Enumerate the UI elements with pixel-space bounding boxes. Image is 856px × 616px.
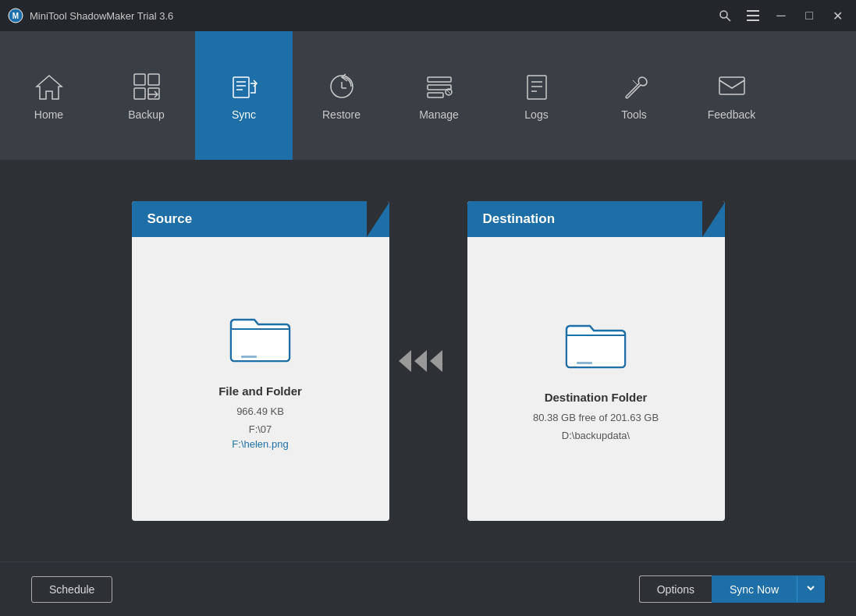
title-bar: M MiniTool ShadowMaker Trial 3.6 ─ □ ✕ (0, 0, 856, 31)
nav-home-label: Home (34, 108, 63, 121)
source-header-label: Source (147, 211, 193, 227)
nav-feedback[interactable]: Feedback (683, 31, 780, 160)
destination-header-label: Destination (483, 211, 556, 227)
sync-now-dropdown-button[interactable] (797, 575, 825, 603)
svg-rect-19 (428, 77, 451, 82)
nav-restore[interactable]: Restore (293, 31, 390, 160)
sync-now-button[interactable]: Sync Now (712, 575, 797, 603)
sync-panels: Source File and Folder 966.49 KB F:\07 F… (31, 183, 825, 538)
svg-rect-6 (747, 19, 759, 21)
destination-header: Destination (467, 201, 725, 237)
svg-rect-5 (747, 15, 759, 16)
maximize-button[interactable]: □ (798, 5, 820, 27)
nav-manage[interactable]: Manage (390, 31, 488, 160)
sync-icon (229, 71, 260, 102)
restore-icon (326, 71, 357, 102)
svg-rect-8 (148, 74, 159, 85)
right-buttons: Options Sync Now (639, 575, 825, 603)
nav-bar: Home Backup Sync (0, 31, 856, 160)
title-bar-left: M MiniTool ShadowMaker Trial 3.6 (8, 8, 173, 23)
svg-rect-21 (428, 93, 443, 97)
nav-home[interactable]: Home (0, 31, 98, 160)
title-bar-controls: ─ □ ✕ (714, 5, 848, 27)
minimize-button[interactable]: ─ (770, 5, 792, 27)
svg-rect-23 (527, 76, 546, 99)
nav-tools-label: Tools (621, 108, 647, 121)
destination-panel[interactable]: Destination Destination Folder 80.38 GB … (467, 201, 725, 521)
bottom-bar: Schedule Options Sync Now (0, 561, 856, 616)
main-content: Source File and Folder 966.49 KB F:\07 F… (0, 160, 856, 561)
options-button[interactable]: Options (639, 575, 712, 603)
svg-point-2 (720, 11, 727, 18)
schedule-button[interactable]: Schedule (31, 576, 112, 603)
close-button[interactable]: ✕ (826, 5, 848, 27)
svg-rect-28 (719, 77, 744, 94)
feedback-icon (716, 71, 748, 102)
source-folder-icon (227, 307, 293, 369)
manage-icon (424, 71, 455, 102)
sync-arrow (389, 344, 467, 378)
nav-tools[interactable]: Tools (585, 31, 683, 160)
destination-path: D:\backupdata\ (562, 430, 630, 441)
svg-line-27 (633, 80, 638, 85)
svg-rect-30 (577, 362, 592, 364)
menu-button[interactable] (742, 5, 764, 27)
svg-rect-9 (134, 88, 145, 99)
destination-panel-body[interactable]: Destination Folder 80.38 GB free of 201.… (467, 237, 725, 521)
source-path1: F:\07 (249, 423, 272, 435)
svg-line-3 (726, 17, 730, 21)
nav-backup-label: Backup (128, 108, 165, 121)
app-logo: M (8, 8, 23, 23)
nav-feedback-label: Feedback (708, 108, 755, 121)
destination-free-space: 80.38 GB free of 201.63 GB (533, 412, 659, 423)
nav-restore-label: Restore (322, 108, 361, 121)
nav-logs[interactable]: Logs (488, 31, 585, 160)
home-icon (34, 71, 65, 102)
svg-rect-12 (233, 77, 249, 97)
nav-logs-label: Logs (524, 108, 548, 121)
destination-title: Destination Folder (545, 391, 648, 404)
nav-manage-label: Manage (419, 108, 459, 121)
source-title: File and Folder (218, 384, 302, 398)
search-button[interactable] (714, 5, 736, 27)
svg-rect-29 (241, 356, 257, 358)
source-size: 966.49 KB (236, 405, 284, 417)
svg-rect-4 (747, 10, 759, 12)
logs-icon (521, 71, 552, 102)
destination-folder-icon (563, 313, 629, 375)
nav-backup[interactable]: Backup (98, 31, 195, 160)
nav-sync[interactable]: Sync (195, 31, 293, 160)
source-path2: F:\helen.png (232, 438, 288, 450)
nav-sync-label: Sync (232, 108, 256, 121)
svg-rect-7 (134, 74, 145, 85)
svg-text:M: M (12, 12, 19, 20)
source-panel-body[interactable]: File and Folder 966.49 KB F:\07 F:\helen… (132, 237, 389, 521)
source-header: Source (132, 201, 389, 237)
app-title: MiniTool ShadowMaker Trial 3.6 (30, 10, 173, 22)
chevron-down-icon (805, 582, 816, 593)
tools-icon (619, 71, 650, 102)
source-panel[interactable]: Source File and Folder 966.49 KB F:\07 F… (132, 201, 389, 521)
backup-icon (131, 71, 162, 102)
